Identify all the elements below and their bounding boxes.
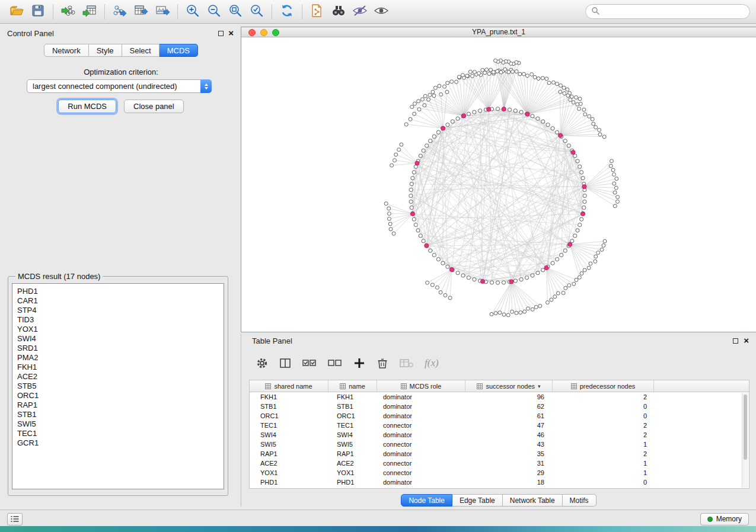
close-panel-icon[interactable]: × xyxy=(228,30,234,36)
window-close-button[interactable] xyxy=(248,29,256,36)
mcds-result-item[interactable]: PMA2 xyxy=(12,353,224,363)
zoom-out-button[interactable] xyxy=(203,2,225,21)
close-panel-icon[interactable]: × xyxy=(744,338,749,344)
add-column-button[interactable] xyxy=(353,357,366,370)
mcds-result-item[interactable]: ACE2 xyxy=(12,372,224,382)
column-header-successor-nodes[interactable]: successor nodes ▾ xyxy=(465,380,553,392)
tab-select[interactable]: Select xyxy=(122,44,160,57)
table-panel-header: Table Panel × xyxy=(241,334,756,348)
refresh-button[interactable] xyxy=(276,2,298,21)
mcds-result-item[interactable]: ORC1 xyxy=(12,391,224,400)
tab-style[interactable]: Style xyxy=(89,44,122,57)
mcds-result-item[interactable]: TID3 xyxy=(12,315,224,325)
close-panel-button[interactable]: Close panel xyxy=(124,100,184,113)
mcds-result-item[interactable]: SWI4 xyxy=(12,334,224,344)
export-table-button[interactable] xyxy=(130,2,152,21)
zoom-selected-button[interactable] xyxy=(246,2,267,21)
zoom-fit-button[interactable] xyxy=(225,2,246,21)
table-row[interactable]: YOX1YOX1connector291 xyxy=(250,468,749,477)
tab-node-table[interactable]: Node Table xyxy=(401,494,452,507)
table-row[interactable]: ACE2ACE2connector311 xyxy=(250,459,749,468)
memory-button[interactable]: Memory xyxy=(700,513,749,525)
table-row[interactable]: TEC1TEC1connector472 xyxy=(250,421,749,430)
float-panel-icon[interactable] xyxy=(218,31,224,36)
table-row[interactable]: SWI4SWI4dominator462 xyxy=(250,430,749,440)
table-cell: ACE2 xyxy=(328,459,377,468)
run-mcds-button[interactable]: Run MCDS xyxy=(58,100,116,113)
export-image-button[interactable] xyxy=(152,2,173,21)
table-cell: dominator xyxy=(377,392,465,402)
search-icon xyxy=(591,7,599,17)
mcds-result-item[interactable]: TEC1 xyxy=(12,429,224,438)
table-settings-button[interactable] xyxy=(256,357,269,370)
table-row[interactable]: RAP1RAP1dominator352 xyxy=(250,449,749,459)
mcds-result-item[interactable]: YOX1 xyxy=(12,325,224,334)
mcds-result-list[interactable]: PHD1CAR1STP4TID3YOX1SWI4SRD1PMA2FKH1ACE2… xyxy=(12,283,224,489)
window-minimize-button[interactable] xyxy=(260,29,267,36)
hide-graphics-button[interactable] xyxy=(349,2,371,21)
import-network-button[interactable] xyxy=(58,2,79,21)
window-zoom-button[interactable] xyxy=(272,29,279,36)
network-window-titlebar[interactable]: YPA_prune.txt_1 xyxy=(241,27,756,37)
table-row[interactable]: FKH1FKH1dominator962 xyxy=(250,392,749,402)
zoom-in-button[interactable] xyxy=(182,2,203,21)
column-label: predecessor nodes xyxy=(580,383,636,390)
select-all-button[interactable] xyxy=(302,357,317,370)
table-cell: PHD1 xyxy=(328,477,377,487)
mcds-result-item[interactable]: RAP1 xyxy=(12,400,224,410)
table-toolbar: f(x) xyxy=(241,349,756,377)
table-panel-title: Table Panel xyxy=(241,336,292,345)
table-row[interactable]: SWI5SWI5connector431 xyxy=(250,440,749,449)
table-cell: ORC1 xyxy=(250,411,328,421)
zoom-selected-icon xyxy=(249,3,264,21)
show-graphics-button[interactable] xyxy=(371,2,392,21)
open-file-button[interactable] xyxy=(6,2,27,21)
table-scrollbar[interactable] xyxy=(742,393,748,488)
mcds-result-item[interactable]: STB1 xyxy=(12,410,224,419)
zoom-in-icon xyxy=(185,3,200,21)
column-header-name[interactable]: name xyxy=(328,380,377,392)
table-cell: RAP1 xyxy=(328,449,377,459)
table-row[interactable]: PHD1PHD1dominator180 xyxy=(250,477,749,487)
search-binoculars-button[interactable] xyxy=(328,2,349,21)
table-cell: 1 xyxy=(553,459,654,468)
function-builder-button[interactable]: f(x) xyxy=(425,357,439,369)
mcds-result-item[interactable]: PHD1 xyxy=(12,287,224,296)
binoculars-icon xyxy=(330,3,347,21)
table-cell-filler xyxy=(654,421,749,430)
tab-edge-table[interactable]: Edge Table xyxy=(452,494,503,507)
deselect-all-button[interactable] xyxy=(327,357,343,370)
mcds-result-item[interactable]: CAR1 xyxy=(12,296,224,306)
mcds-result-item[interactable]: SRD1 xyxy=(12,344,224,353)
column-header-predecessor-nodes[interactable]: predecessor nodes xyxy=(553,380,654,392)
export-network-button[interactable] xyxy=(109,2,130,21)
import-table-button[interactable] xyxy=(79,2,100,21)
column-header-mcds-role[interactable]: MCDS role xyxy=(377,380,465,392)
share-document-icon xyxy=(310,3,325,21)
delete-column-button[interactable] xyxy=(376,357,389,370)
float-panel-icon[interactable] xyxy=(733,338,738,344)
search-input[interactable] xyxy=(603,7,744,17)
mcds-result-item[interactable]: STP4 xyxy=(12,306,224,315)
save-session-button[interactable] xyxy=(27,2,49,21)
mcds-result-item[interactable]: FKH1 xyxy=(12,363,224,372)
mcds-result-item[interactable]: SWI5 xyxy=(12,419,224,429)
tab-network[interactable]: Network xyxy=(44,44,89,57)
table-cell-filler xyxy=(654,402,749,411)
tab-motifs[interactable]: Motifs xyxy=(563,494,596,507)
column-header-shared-name[interactable]: shared name xyxy=(250,380,328,392)
show-columns-button[interactable] xyxy=(279,357,292,370)
table-row[interactable]: STB1STB1dominator620 xyxy=(250,402,749,411)
mcds-result-item[interactable]: STB5 xyxy=(12,382,224,391)
task-history-button[interactable] xyxy=(7,513,23,525)
tab-network-table[interactable]: Network Table xyxy=(503,494,563,507)
eye-slash-icon xyxy=(352,3,368,21)
tab-mcds[interactable]: MCDS xyxy=(160,44,198,57)
toolbar-search[interactable] xyxy=(585,4,750,19)
table-row[interactable]: ORC1ORC1dominator610 xyxy=(250,411,749,421)
network-canvas[interactable] xyxy=(241,38,756,332)
criterion-dropdown[interactable]: largest connected component (undirected) xyxy=(27,79,212,93)
table-scrollbar-thumb[interactable] xyxy=(744,395,747,460)
share-document-button[interactable] xyxy=(307,2,328,21)
mcds-result-item[interactable]: GCR1 xyxy=(12,438,224,448)
